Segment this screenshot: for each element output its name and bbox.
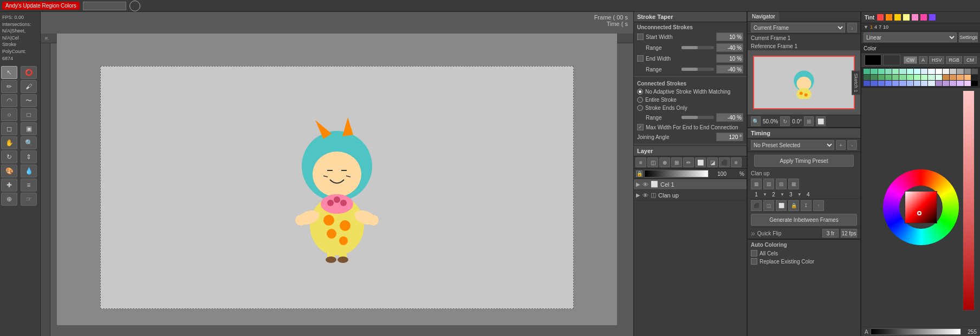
mode-a[interactable]: A bbox=[919, 56, 927, 64]
color-saturation-bar[interactable] bbox=[963, 90, 975, 311]
palette-cell[interactable] bbox=[971, 75, 978, 80]
palette-cell[interactable] bbox=[936, 81, 942, 86]
nav-tab-navigator[interactable]: Navigator bbox=[748, 12, 780, 21]
layer-tool-6[interactable]: ⬜ bbox=[695, 157, 706, 167]
tint-swatch-hotpink[interactable] bbox=[920, 14, 927, 21]
hand-tool[interactable]: ✋ bbox=[1, 136, 17, 149]
alpha-bar[interactable] bbox=[871, 328, 961, 335]
palette-cell[interactable] bbox=[957, 75, 963, 80]
quick-flip-fps[interactable] bbox=[841, 229, 857, 238]
timing-del-btn[interactable]: - bbox=[847, 140, 857, 150]
joining-angle-value[interactable] bbox=[716, 133, 743, 141]
palette-cell[interactable] bbox=[943, 81, 949, 86]
connected-range-slider[interactable] bbox=[682, 116, 714, 119]
mag-tool[interactable]: ⊕ bbox=[1, 193, 17, 206]
generate-btn[interactable]: Generate Inbetween Frames bbox=[751, 214, 857, 226]
settings-btn[interactable]: Settings bbox=[959, 32, 978, 42]
palette-cell[interactable] bbox=[885, 75, 892, 80]
nav-current-frame-dropdown[interactable]: Current Frame bbox=[751, 23, 845, 32]
apply-timing-btn[interactable]: Apply Timing Preset bbox=[754, 155, 854, 167]
palette-cell[interactable] bbox=[964, 81, 971, 86]
nav-icon-1[interactable]: ↓ bbox=[847, 23, 857, 32]
layer-tool-1[interactable]: ≡ bbox=[635, 157, 646, 167]
layer-lock[interactable]: 🔒 bbox=[636, 170, 642, 177]
tint-swatch-lightyellow[interactable] bbox=[903, 14, 910, 21]
clan-icon-1[interactable]: ▦ bbox=[751, 179, 762, 189]
layer-opacity-bar[interactable] bbox=[644, 170, 709, 177]
palette-cell[interactable] bbox=[971, 81, 978, 86]
start-width-checkbox[interactable] bbox=[637, 34, 644, 40]
brush-tool[interactable]: 🖌 bbox=[21, 80, 37, 93]
layer-tool-9[interactable]: ≡ bbox=[731, 157, 742, 167]
palette-cell[interactable] bbox=[943, 75, 949, 80]
palette-cell[interactable] bbox=[899, 75, 906, 80]
start-range-value[interactable] bbox=[716, 43, 743, 52]
palette-cell[interactable] bbox=[892, 75, 899, 80]
layer-tool-8[interactable]: ⬛ bbox=[719, 157, 730, 167]
stroke-ends-radio[interactable] bbox=[637, 105, 643, 111]
palette-cell[interactable] bbox=[864, 75, 870, 80]
layer-tool-2[interactable]: ◫ bbox=[647, 157, 658, 167]
palette-cell[interactable] bbox=[899, 69, 906, 74]
paint-tool[interactable]: 🎨 bbox=[1, 164, 17, 177]
fill-tool[interactable]: ▣ bbox=[21, 122, 37, 135]
nav-zoom-out-btn[interactable]: 🔍 bbox=[751, 116, 761, 126]
palette-cell[interactable] bbox=[892, 81, 899, 86]
start-width-value[interactable] bbox=[716, 32, 743, 41]
layer-tool-4[interactable]: ⊞ bbox=[671, 157, 682, 167]
palette-cell[interactable] bbox=[907, 75, 913, 80]
palette-cell[interactable] bbox=[921, 75, 927, 80]
palette-cell[interactable] bbox=[957, 69, 963, 74]
lasso-tool[interactable]: ⭕ bbox=[21, 66, 37, 79]
tint-swatch-orange[interactable] bbox=[885, 14, 893, 21]
timing-add-btn[interactable]: + bbox=[836, 140, 846, 150]
color-wheel[interactable] bbox=[883, 169, 959, 245]
curve-tool[interactable]: 〜 bbox=[21, 94, 37, 107]
palette-cell[interactable] bbox=[871, 75, 877, 80]
update-region-btn[interactable]: Andy's Update Region Colors bbox=[2, 2, 80, 10]
palette-cell[interactable] bbox=[971, 69, 978, 74]
palette-cell[interactable] bbox=[914, 75, 920, 80]
palette-cell[interactable] bbox=[871, 69, 877, 74]
top-input[interactable] bbox=[83, 2, 126, 10]
rect-tool[interactable]: □ bbox=[21, 108, 37, 121]
clan-icon-3[interactable]: ▨ bbox=[776, 179, 787, 189]
timing-preset-dropdown[interactable]: No Preset Selected bbox=[751, 140, 834, 150]
palette-cell[interactable] bbox=[878, 75, 885, 80]
entire-stroke-radio[interactable] bbox=[637, 97, 643, 103]
canvas-inner[interactable] bbox=[100, 66, 574, 309]
palette-cell[interactable] bbox=[936, 69, 942, 74]
palette-cell[interactable] bbox=[943, 69, 949, 74]
palette-cell[interactable] bbox=[871, 81, 877, 86]
palette-cell[interactable] bbox=[914, 81, 920, 86]
tint-swatch-purple[interactable] bbox=[929, 14, 936, 21]
layer-item-cel1[interactable]: ▶ 👁 ⬜ Cel 1 bbox=[634, 179, 747, 190]
palette-cell[interactable] bbox=[964, 69, 971, 74]
palette-cell[interactable] bbox=[928, 69, 934, 74]
eraser-tool[interactable]: ◻ bbox=[1, 122, 17, 135]
align-tool[interactable]: ≡ bbox=[21, 179, 37, 192]
palette-cell[interactable] bbox=[864, 81, 870, 86]
layer-eye-icon-1[interactable]: 👁 bbox=[642, 181, 648, 188]
circle-tool[interactable]: ○ bbox=[1, 108, 17, 121]
mode-cw[interactable]: CW bbox=[904, 56, 917, 64]
palette-cell[interactable] bbox=[885, 69, 892, 74]
clan-icon-4[interactable]: ▩ bbox=[788, 179, 799, 189]
mode-hsv[interactable]: HSV bbox=[929, 56, 945, 64]
transform-tool[interactable]: ⇕ bbox=[21, 150, 37, 163]
canvas-area[interactable]: Frame ( 00 s Time ( s #. C. bbox=[41, 12, 633, 336]
connected-range-value[interactable] bbox=[716, 113, 743, 122]
layer-eye-icon-2[interactable]: 👁 bbox=[642, 192, 648, 199]
palette-cell[interactable] bbox=[957, 81, 963, 86]
quick-flip-fr[interactable] bbox=[822, 229, 839, 238]
palette-cell[interactable] bbox=[907, 81, 913, 86]
layer-icon-1[interactable]: ⬛ bbox=[751, 200, 762, 211]
pencil-tool[interactable]: ✏ bbox=[1, 80, 17, 93]
pick-tool[interactable]: 💧 bbox=[21, 164, 37, 177]
move-tool[interactable]: ✚ bbox=[1, 179, 17, 192]
layer-icon-2[interactable]: ◫ bbox=[763, 200, 774, 211]
layer-tool-5[interactable]: ✏ bbox=[683, 157, 694, 167]
palette-cell[interactable] bbox=[921, 81, 927, 86]
layer-icon-4[interactable]: 🔒 bbox=[788, 200, 799, 211]
palette-cell[interactable] bbox=[885, 81, 892, 86]
